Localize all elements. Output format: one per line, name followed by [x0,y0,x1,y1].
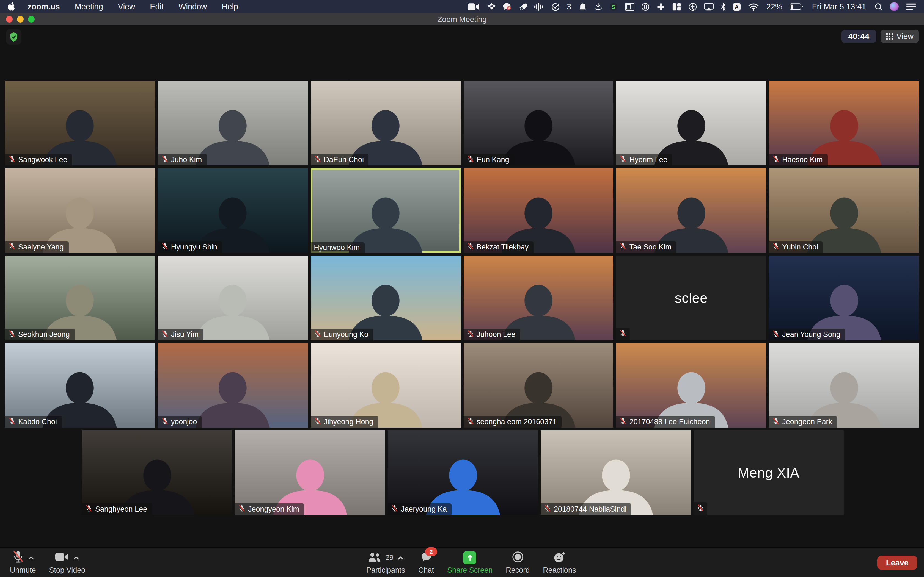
spark-s-icon[interactable]: S [609,2,617,11]
view-button[interactable]: View [880,30,919,43]
unmute-button[interactable]: Unmute [10,551,36,574]
mic-muted-icon [467,155,474,164]
participant-tile[interactable]: Jeongeon Park [769,343,919,427]
participant-tile[interactable]: Meng XIA [693,430,844,515]
rocket-icon[interactable] [519,2,527,11]
participant-tile[interactable]: seongha eom 20160371 [464,343,614,427]
participant-name-label: Juho Kim [158,154,207,165]
participant-name-label: 20170488 Lee Euicheon [616,416,715,427]
participant-tile[interactable]: Eunyoung Ko [310,256,460,340]
window-title-bar[interactable]: Zoom Meeting [0,13,924,26]
participant-tile[interactable]: DaEun Choi [310,81,460,165]
participant-tile[interactable]: Seokhun Jeong [5,256,155,340]
participant-name-label: Jihyeong Hong [310,416,378,427]
chat-unread-badge: 2 [425,547,437,556]
participant-tile[interactable]: sclee [616,256,766,340]
participant-tile[interactable]: Jean Young Song [769,256,919,340]
apple-menu-icon[interactable] [8,2,15,11]
wifi-icon[interactable] [748,2,759,11]
participant-tile[interactable]: Juho Kim [158,81,308,165]
record-button[interactable]: Record [506,551,530,574]
bell-icon[interactable] [578,2,586,11]
meeting-security-button[interactable] [6,29,21,45]
input-source-a-icon[interactable]: A [733,2,741,11]
chat-button[interactable]: 2 Chat [418,551,434,574]
participant-tile[interactable]: Kabdo Choi [5,343,155,427]
reactions-smiley-icon [553,551,566,564]
window-icon[interactable] [625,2,635,11]
circled-zero-icon[interactable] [641,2,650,11]
participant-tile[interactable]: Hyerim Lee [616,81,766,165]
camera-icon[interactable] [467,2,480,11]
check-circle-icon[interactable] [551,2,560,11]
participant-name-label: Hyerim Lee [616,154,672,165]
video-camera-icon [55,552,69,563]
participant-tile[interactable]: Juhoon Lee [464,256,614,340]
participants-label: Participants [366,566,405,574]
menu-help[interactable]: Help [222,2,238,11]
reactions-label: Reactions [543,566,576,574]
svg-text:S: S [612,4,615,10]
participant-tile[interactable]: 20180744 NabilaSindi [541,430,691,515]
participant-name-label: Hyunwoo Kim [310,242,365,253]
dropbox-icon[interactable] [487,2,496,11]
participant-name-label: yoonjoo [158,416,202,427]
participant-tile[interactable]: Eun Kang [464,81,614,165]
participant-tile[interactable]: 20170488 Lee Euicheon [616,343,766,427]
participant-tile[interactable]: Jihyeong Hong [310,343,460,427]
participant-tile[interactable]: Jaeryoung Ka [388,430,538,515]
menu-window[interactable]: Window [178,2,207,11]
participant-tile[interactable]: Hyunwoo Kim [310,168,460,253]
battery-icon[interactable] [790,2,804,11]
participant-tile[interactable]: Bekzat Tilekbay [464,168,614,253]
menu-view[interactable]: View [118,2,135,11]
reactions-button[interactable]: Reactions [543,551,576,574]
leave-button[interactable]: Leave [877,556,918,570]
airplay-display-icon[interactable] [704,2,714,11]
list-menu-icon[interactable] [906,2,916,11]
participant-tile[interactable]: Sanghyeon Lee [82,430,232,515]
video-options-caret[interactable] [73,553,79,562]
macos-menu-bar: zoom.usMeetingViewEditWindowHelp N3SA22%… [0,0,924,13]
menu-edit[interactable]: Edit [150,2,164,11]
menu-zoom-us[interactable]: zoom.us [27,2,60,11]
menu-bar-clock[interactable]: Fri Mar 5 13:41 [812,2,866,11]
participant-tile[interactable]: Tae Soo Kim [616,168,766,253]
audio-waveform-icon[interactable] [534,2,544,11]
participant-name-label: seongha eom 20160371 [464,416,562,427]
stop-video-button[interactable]: Stop Video [49,551,86,574]
participant-tile[interactable]: yoonjoo [158,343,308,427]
participant-name-label: Saelyne Yang [5,241,69,253]
download-icon[interactable] [594,2,602,11]
participant-tile[interactable]: Jisu Yim [158,256,308,340]
bluetooth-icon[interactable] [721,2,726,11]
menu-bar-status-area: N3SA22%Fri Mar 5 13:41 [467,2,916,11]
participant-tile[interactable]: Yubin Choi [769,168,919,253]
accessibility-icon[interactable] [688,2,697,11]
split-layout-icon[interactable] [672,2,682,11]
audio-options-caret[interactable] [28,553,34,562]
participant-tile[interactable]: Jeongyeon Kim [235,430,385,515]
mic-muted-icon [620,242,627,252]
spotlight-search-icon[interactable] [874,2,882,11]
participant-tile[interactable]: Sangwook Lee [5,81,155,165]
participant-name-label: Yubin Choi [769,241,823,253]
participant-name-label: Sangwook Lee [5,154,72,165]
participant-name-label: Tae Soo Kim [616,241,677,253]
chat-notification-icon[interactable]: N [503,2,512,11]
participant-tile[interactable]: Saelyne Yang [5,168,155,253]
meeting-control-bar: Unmute Stop Video [0,547,924,577]
participants-options-caret[interactable] [397,553,404,562]
mic-muted-icon [8,330,15,339]
extension-plus-icon[interactable] [657,2,665,11]
share-screen-button[interactable]: Share Screen [447,551,493,574]
meeting-timer: 40:44 [842,30,876,43]
mic-muted-icon [238,504,245,514]
participant-tile[interactable]: Hyungyu Shin [158,168,308,253]
participant-tile[interactable]: Haesoo Kim [769,81,919,165]
participant-name-label: Jeongyeon Kim [235,503,304,515]
siri-icon[interactable] [890,2,898,11]
participants-button[interactable]: 29 Participants [366,551,405,574]
menu-meeting[interactable]: Meeting [75,2,103,11]
mic-muted-icon [620,329,627,338]
